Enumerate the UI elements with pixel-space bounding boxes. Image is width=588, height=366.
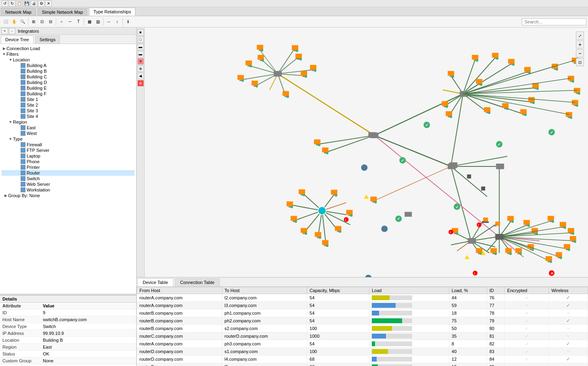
cb-building-d[interactable] (21, 80, 25, 85)
tb-edge[interactable]: ─ (66, 18, 74, 26)
table-row-2[interactable]: routerB.company.comph1.company.com541878… (137, 309, 588, 317)
tab-type-relationships[interactable]: Type Relationships (89, 8, 135, 16)
tree-ftp-server[interactable]: FTP Server (2, 147, 135, 153)
tree-building-a[interactable]: Building A (2, 63, 135, 68)
tb-label[interactable]: T (74, 18, 82, 26)
col-header-7[interactable]: Wireless (549, 287, 588, 294)
table-row-1[interactable]: routerA.company.coml3.company.com545977✓… (137, 302, 588, 309)
toolbar-btn-settings[interactable]: ⚙ (38, 0, 44, 7)
toggle-connection-load[interactable]: ▶ (2, 46, 6, 51)
tree-east[interactable]: East (2, 125, 135, 130)
col-header-6[interactable]: Encrypted (505, 287, 549, 294)
toggle-filters[interactable]: ▼ (2, 52, 6, 57)
cb-laptop[interactable] (21, 154, 25, 158)
tree-phone[interactable]: Phone (2, 159, 135, 164)
panel-tab-device-tree[interactable]: Device Tree (1, 36, 34, 44)
cb-printer[interactable] (21, 165, 25, 170)
left-tb-remove[interactable]: - (9, 28, 15, 34)
col-header-0[interactable]: From Host (137, 287, 222, 294)
toolbar-btn-new[interactable]: 📋 (16, 0, 23, 7)
tree-building-e[interactable]: Building E (2, 85, 135, 91)
tree-laptop[interactable]: Laptop (2, 153, 135, 159)
tb-fit[interactable]: ⊞ (30, 18, 38, 26)
cb-ftp-server[interactable] (21, 148, 25, 153)
toggle-location[interactable]: ▼ (8, 57, 13, 62)
tab-simple-network-map[interactable]: Simple Network Map (38, 8, 87, 16)
tb-collapse[interactable]: ↕ (113, 18, 121, 26)
tree-type[interactable]: ▼ Type (2, 136, 135, 142)
cb-workstation[interactable] (21, 187, 25, 192)
cb-site-4[interactable] (21, 114, 25, 119)
cb-site-1[interactable] (21, 97, 25, 102)
tree-location[interactable]: ▼ Location (2, 57, 135, 63)
tree-site-1[interactable]: Site 1 (2, 97, 135, 102)
cb-site-2[interactable] (21, 103, 25, 107)
table-row-3[interactable]: routerB.company.comph2.company.com547579… (137, 317, 588, 325)
cb-building-e[interactable] (21, 86, 25, 90)
cb-building-c[interactable] (21, 74, 25, 79)
bottom-tab-connection[interactable]: Connection Table (175, 278, 220, 286)
strip-btn-7[interactable]: ◀ (137, 73, 144, 79)
tree-firewall[interactable]: Firewall (2, 142, 135, 147)
col-header-3[interactable]: Load (369, 287, 449, 294)
cb-building-f[interactable] (21, 91, 25, 96)
toolbar-btn-refresh[interactable]: ↺ (2, 0, 8, 7)
tree-site-2[interactable]: Site 2 (2, 102, 135, 108)
table-row-0[interactable]: routerA.company.coml2.company.com544476✓… (137, 294, 588, 302)
toolbar-btn-forward[interactable]: ↻ (9, 0, 15, 7)
panel-tab-settings[interactable]: Settings (35, 36, 60, 44)
tree-building-c[interactable]: Building C (2, 74, 135, 80)
tb-node[interactable]: ○ (57, 18, 65, 26)
tb-expand[interactable]: ↔ (105, 18, 113, 26)
search-input[interactable] (522, 18, 586, 25)
cb-router[interactable] (21, 170, 25, 175)
tb-pan[interactable]: ✋ (10, 18, 18, 26)
tree-connection-load[interactable]: ▶ Connection Load (2, 46, 135, 51)
tab-network-map[interactable]: Network Map (1, 8, 36, 16)
toolbar-btn-save[interactable]: 💾 (23, 0, 30, 7)
cb-site-3[interactable] (21, 108, 25, 113)
tree-router[interactable]: Router (2, 170, 135, 176)
cb-building-b[interactable] (21, 69, 25, 74)
cb-firewall[interactable] (21, 142, 25, 147)
table-row-8[interactable]: routerD.company.coml4.company.com681284✓… (137, 355, 588, 363)
tree-web-server[interactable]: Web Server (2, 181, 135, 187)
toggle-type[interactable]: ▼ (8, 137, 13, 141)
tb-select[interactable]: ⬜ (2, 18, 10, 26)
cb-web-server[interactable] (21, 182, 25, 187)
tb-ungroup[interactable]: ▧ (94, 18, 102, 26)
toolbar-btn-print[interactable]: 🖨 (31, 0, 37, 7)
tb-group[interactable]: ▦ (85, 18, 93, 26)
toggle-group-by[interactable]: ▶ (3, 193, 8, 198)
toggle-region[interactable]: ▼ (8, 120, 13, 124)
cb-east[interactable] (21, 125, 25, 130)
cb-west[interactable] (21, 131, 25, 136)
tree-workstation[interactable]: Workstation (2, 187, 135, 193)
table-row-4[interactable]: routerB.company.coms2.company.com1005080… (137, 325, 588, 332)
col-header-5[interactable]: ID (487, 287, 504, 294)
toolbar-btn-close[interactable]: ✕ (45, 0, 52, 7)
tree-printer[interactable]: Printer (2, 164, 135, 170)
strip-btn-5[interactable]: ✕ (137, 58, 144, 65)
col-header-2[interactable]: Capacity, Mbps (307, 287, 369, 294)
bottom-tab-device[interactable]: Device Table (137, 278, 173, 286)
strip-btn-1[interactable]: ■ (137, 29, 144, 36)
col-header-4[interactable]: Load, % (449, 287, 487, 294)
strip-btn-6[interactable]: ⊕ (137, 65, 144, 72)
table-row-6[interactable]: routerA.company.comph3.company.com54882✓… (137, 340, 588, 348)
cb-switch[interactable] (21, 176, 25, 181)
tb-info[interactable]: ℹ (124, 18, 132, 26)
zoom-expand[interactable]: ⤢ (576, 32, 584, 40)
col-header-1[interactable]: To Host (222, 287, 307, 294)
tree-region[interactable]: ▼ Region (2, 119, 135, 125)
strip-btn-8[interactable]: ⊗ (137, 80, 144, 86)
tree-site-3[interactable]: Site 3 (2, 108, 135, 114)
cb-building-a[interactable] (21, 63, 25, 68)
map-area[interactable]: ! ! ! ! (145, 27, 588, 277)
zoom-fit[interactable]: ⊡ (576, 58, 584, 66)
table-row-5[interactable]: routerC.company.comrouterD.company.com10… (137, 332, 588, 340)
strip-btn-2[interactable]: □ (137, 36, 144, 43)
tb-center[interactable]: ⊡ (38, 18, 46, 26)
cb-phone[interactable] (21, 159, 25, 164)
tree-site-4[interactable]: Site 4 (2, 114, 135, 119)
